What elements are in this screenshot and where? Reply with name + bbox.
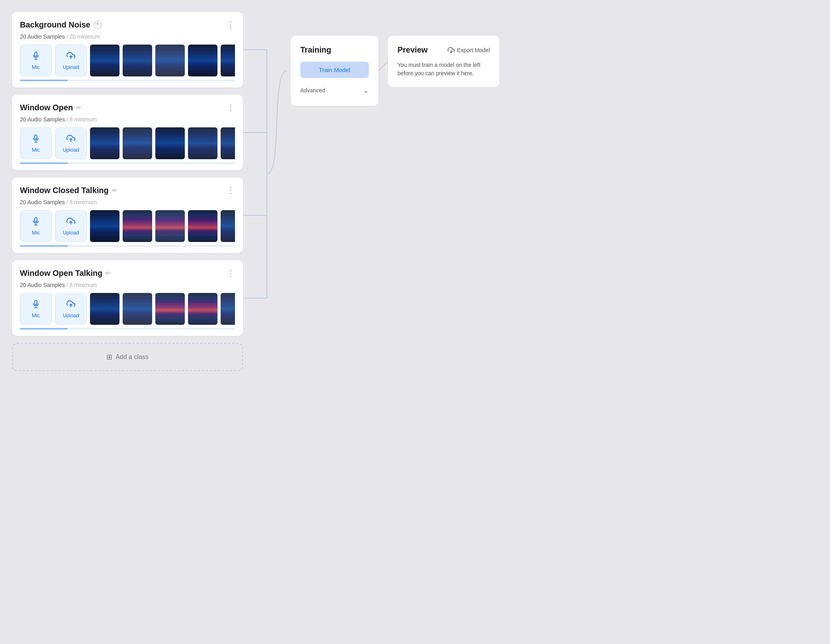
audio-thumbnail[interactable] xyxy=(221,45,235,76)
audio-thumbnail[interactable] xyxy=(123,210,152,242)
card-title-row: Background Noise? xyxy=(20,20,102,29)
upload-button[interactable]: Upload xyxy=(55,210,87,242)
card-title-row: Window Open Talking✏ xyxy=(20,269,111,278)
more-options-icon[interactable]: ⋮ xyxy=(227,103,235,112)
add-class-label: Add a class xyxy=(115,353,149,361)
audio-thumbnail[interactable] xyxy=(90,45,119,76)
preview-description: You must train a model on the left befor… xyxy=(397,61,490,78)
more-options-icon[interactable]: ⋮ xyxy=(227,185,235,195)
audio-thumbnail[interactable] xyxy=(90,210,119,242)
upload-button[interactable]: Upload xyxy=(55,127,87,159)
samples-row: Mic Upload xyxy=(20,293,235,325)
svg-rect-8 xyxy=(35,217,37,222)
audio-thumbnail[interactable] xyxy=(188,210,217,242)
class-card-window-closed-talking: Window Closed Talking✏⋮20 Audio Samples … xyxy=(12,178,243,253)
export-icon xyxy=(448,47,455,54)
sample-count: 20 Audio Samples / 20 minimum xyxy=(20,33,235,40)
audio-thumbnail[interactable] xyxy=(90,293,119,325)
more-options-icon[interactable]: ⋮ xyxy=(227,20,235,29)
card-header-window-closed-talking: Window Closed Talking✏⋮ xyxy=(20,185,235,195)
edit-icon[interactable]: ✏ xyxy=(106,269,111,277)
audio-thumbnail[interactable] xyxy=(188,45,217,76)
mic-button[interactable]: Mic xyxy=(20,293,52,325)
audio-thumbnail[interactable] xyxy=(155,210,185,242)
sample-count: 20 Audio Samples / 8 minimum xyxy=(20,116,235,123)
add-class-icon: ⊞ xyxy=(106,353,112,361)
card-title-row: Window Closed Talking✏ xyxy=(20,186,117,195)
upload-button[interactable]: Upload xyxy=(55,293,87,325)
scroll-bar xyxy=(20,162,235,164)
upload-label: Upload xyxy=(63,64,79,70)
audio-thumbnail[interactable] xyxy=(188,293,217,325)
mic-button[interactable]: Mic xyxy=(20,127,52,159)
advanced-row[interactable]: Advanced ⌄ xyxy=(300,84,369,96)
export-label: Export Model xyxy=(457,47,490,53)
audio-thumbnail[interactable] xyxy=(221,293,235,325)
preview-title: Preview xyxy=(397,45,428,55)
mic-label: Mic xyxy=(32,147,40,153)
mic-label: Mic xyxy=(32,64,40,70)
edit-icon[interactable]: ✏ xyxy=(76,104,81,111)
svg-rect-12 xyxy=(35,300,37,304)
card-title-row: Window Open✏ xyxy=(20,103,81,112)
add-class-button[interactable]: ⊞ Add a class xyxy=(12,343,243,371)
export-model-button[interactable]: Export Model xyxy=(448,47,490,54)
upload-label: Upload xyxy=(63,147,79,153)
training-panel: Training Train Model Advanced ⌄ xyxy=(291,36,378,106)
mic-icon xyxy=(31,217,40,228)
scroll-bar xyxy=(20,328,235,330)
sample-count: 20 Audio Samples / 8 minimum xyxy=(20,199,235,205)
scroll-bar xyxy=(20,245,235,247)
scroll-bar xyxy=(20,80,235,81)
upload-icon xyxy=(67,134,75,145)
card-header-background-noise: Background Noise?⋮ xyxy=(20,20,235,29)
connector-lines xyxy=(243,12,291,371)
audio-thumbnail[interactable] xyxy=(221,210,235,242)
audio-thumbnail[interactable] xyxy=(155,293,185,325)
preview-header: Preview Export Model xyxy=(397,45,490,55)
audio-thumbnail[interactable] xyxy=(123,127,152,159)
mic-icon xyxy=(31,51,40,62)
classes-column: Background Noise?⋮20 Audio Samples / 20 … xyxy=(12,12,243,371)
preview-panel: Preview Export Model You must train a mo… xyxy=(388,36,499,87)
upload-button[interactable]: Upload xyxy=(55,45,87,76)
upload-label: Upload xyxy=(63,230,79,236)
upload-icon xyxy=(67,300,75,311)
chevron-down-icon: ⌄ xyxy=(363,86,369,95)
samples-row: Mic Upload xyxy=(20,127,235,159)
mic-icon xyxy=(31,134,40,145)
audio-thumbnail[interactable] xyxy=(155,127,185,159)
main-layout: Background Noise?⋮20 Audio Samples / 20 … xyxy=(12,12,818,371)
class-card-window-open-talking: Window Open Talking✏⋮20 Audio Samples / … xyxy=(12,260,243,336)
audio-thumbnail[interactable] xyxy=(188,127,217,159)
samples-row: Mic Upload xyxy=(20,210,235,242)
mic-label: Mic xyxy=(32,230,40,236)
class-card-background-noise: Background Noise?⋮20 Audio Samples / 20 … xyxy=(12,12,243,88)
mic-label: Mic xyxy=(32,312,40,318)
mic-button[interactable]: Mic xyxy=(20,210,52,242)
mic-icon xyxy=(31,300,40,311)
advanced-label: Advanced xyxy=(300,87,325,94)
sample-count: 20 Audio Samples / 8 minimum xyxy=(20,282,235,288)
svg-rect-4 xyxy=(35,135,37,139)
more-options-icon[interactable]: ⋮ xyxy=(227,268,235,278)
card-title: Background Noise xyxy=(20,20,90,29)
training-title: Training xyxy=(300,45,369,55)
audio-thumbnail[interactable] xyxy=(155,45,185,76)
upload-icon xyxy=(67,51,75,62)
right-panels: Training Train Model Advanced ⌄ Preview … xyxy=(291,12,499,106)
audio-thumbnail[interactable] xyxy=(221,127,235,159)
samples-row: Mic Upload xyxy=(20,45,235,76)
audio-thumbnail[interactable] xyxy=(123,45,152,76)
card-title: Window Closed Talking xyxy=(20,186,109,195)
mic-button[interactable]: Mic xyxy=(20,45,52,76)
card-title: Window Open Talking xyxy=(20,269,102,278)
card-header-window-open-talking: Window Open Talking✏⋮ xyxy=(20,268,235,278)
card-title: Window Open xyxy=(20,103,73,112)
audio-thumbnail[interactable] xyxy=(90,127,119,159)
edit-icon[interactable]: ✏ xyxy=(112,187,117,194)
class-card-window-open: Window Open✏⋮20 Audio Samples / 8 minimu… xyxy=(12,95,243,170)
train-model-button[interactable]: Train Model xyxy=(300,62,369,78)
help-icon[interactable]: ? xyxy=(94,21,102,29)
audio-thumbnail[interactable] xyxy=(123,293,152,325)
